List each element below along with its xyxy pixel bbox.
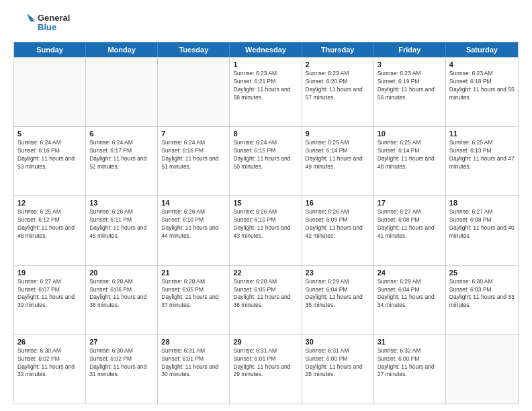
calendar-cell: 4Sunrise: 6:23 AMSunset: 6:18 PMDaylight…: [446, 58, 518, 126]
logo-text: General Blue: [38, 13, 70, 33]
calendar-cell: 18Sunrise: 6:27 AMSunset: 6:08 PMDayligh…: [446, 196, 518, 265]
day-number: 23: [306, 269, 370, 277]
weekday-header: Tuesday: [158, 42, 230, 57]
calendar-cell: [158, 58, 230, 126]
logo-bird-icon: [13, 11, 35, 35]
calendar-row: 12Sunrise: 6:25 AMSunset: 6:12 PMDayligh…: [14, 195, 518, 265]
calendar-cell: 8Sunrise: 6:24 AMSunset: 6:15 PMDaylight…: [230, 127, 302, 195]
calendar-cell: 16Sunrise: 6:26 AMSunset: 6:09 PMDayligh…: [302, 196, 374, 265]
day-info: Sunrise: 6:23 AMSunset: 6:18 PMDaylight:…: [449, 70, 515, 102]
day-number: 16: [306, 199, 370, 207]
calendar-cell: 14Sunrise: 6:26 AMSunset: 6:10 PMDayligh…: [158, 196, 230, 265]
calendar: SundayMondayTuesdayWednesdayThursdayFrid…: [13, 42, 519, 404]
logo-blue: Blue: [38, 23, 70, 32]
day-number: 10: [378, 130, 442, 138]
calendar-row: 1Sunrise: 6:23 AMSunset: 6:21 PMDaylight…: [14, 57, 518, 126]
calendar-header: SundayMondayTuesdayWednesdayThursdayFrid…: [14, 42, 518, 57]
day-number: 1: [233, 60, 298, 68]
calendar-cell: 3Sunrise: 6:23 AMSunset: 6:19 PMDaylight…: [374, 58, 446, 126]
day-info: Sunrise: 6:24 AMSunset: 6:18 PMDaylight:…: [17, 139, 82, 171]
weekday-header: Friday: [374, 42, 446, 57]
day-number: 12: [17, 199, 82, 207]
day-number: 21: [161, 269, 226, 277]
calendar-cell: 12Sunrise: 6:25 AMSunset: 6:12 PMDayligh…: [14, 196, 86, 265]
weekday-header: Sunday: [14, 42, 86, 57]
calendar-cell: 31Sunrise: 6:32 AMSunset: 6:00 PMDayligh…: [374, 335, 446, 404]
day-number: 6: [89, 130, 154, 138]
day-number: 18: [449, 199, 515, 207]
day-info: Sunrise: 6:23 AMSunset: 6:21 PMDaylight:…: [233, 70, 298, 102]
weekday-header: Thursday: [302, 42, 374, 57]
day-info: Sunrise: 6:31 AMSunset: 6:01 PMDaylight:…: [233, 347, 298, 379]
calendar-cell: 5Sunrise: 6:24 AMSunset: 6:18 PMDaylight…: [14, 127, 86, 195]
calendar-cell: 29Sunrise: 6:31 AMSunset: 6:01 PMDayligh…: [230, 335, 302, 404]
day-number: 2: [306, 60, 370, 68]
day-info: Sunrise: 6:27 AMSunset: 6:07 PMDaylight:…: [17, 278, 82, 310]
day-info: Sunrise: 6:27 AMSunset: 6:08 PMDaylight:…: [449, 208, 515, 240]
day-number: 29: [233, 338, 298, 346]
day-info: Sunrise: 6:31 AMSunset: 6:01 PMDaylight:…: [161, 347, 226, 379]
calendar-cell: 19Sunrise: 6:27 AMSunset: 6:07 PMDayligh…: [14, 266, 86, 334]
day-info: Sunrise: 6:28 AMSunset: 6:05 PMDaylight:…: [161, 278, 226, 310]
calendar-cell: 21Sunrise: 6:28 AMSunset: 6:05 PMDayligh…: [158, 266, 230, 334]
calendar-cell: 27Sunrise: 6:30 AMSunset: 6:02 PMDayligh…: [86, 335, 158, 404]
day-info: Sunrise: 6:26 AMSunset: 6:10 PMDaylight:…: [161, 208, 226, 240]
day-number: 3: [378, 60, 442, 68]
day-number: 30: [306, 338, 370, 346]
calendar-cell: 24Sunrise: 6:29 AMSunset: 6:04 PMDayligh…: [374, 266, 446, 334]
logo-general: General: [38, 13, 70, 23]
calendar-cell: 26Sunrise: 6:30 AMSunset: 6:02 PMDayligh…: [14, 335, 86, 404]
calendar-cell: [446, 335, 518, 404]
day-number: 14: [161, 199, 226, 207]
day-info: Sunrise: 6:25 AMSunset: 6:14 PMDaylight:…: [378, 139, 442, 171]
day-number: 17: [378, 199, 442, 207]
calendar-cell: 28Sunrise: 6:31 AMSunset: 6:01 PMDayligh…: [158, 335, 230, 404]
calendar-cell: 25Sunrise: 6:30 AMSunset: 6:03 PMDayligh…: [446, 266, 518, 334]
day-number: 28: [161, 338, 226, 346]
day-number: 22: [233, 269, 298, 277]
calendar-cell: 9Sunrise: 6:25 AMSunset: 6:14 PMDaylight…: [302, 127, 374, 195]
day-number: 11: [449, 130, 515, 138]
day-info: Sunrise: 6:23 AMSunset: 6:20 PMDaylight:…: [306, 70, 370, 102]
day-info: Sunrise: 6:27 AMSunset: 6:08 PMDaylight:…: [378, 208, 442, 240]
day-number: 13: [89, 199, 154, 207]
day-info: Sunrise: 6:26 AMSunset: 6:09 PMDaylight:…: [306, 208, 370, 240]
day-info: Sunrise: 6:25 AMSunset: 6:14 PMDaylight:…: [306, 139, 370, 171]
day-info: Sunrise: 6:30 AMSunset: 6:02 PMDaylight:…: [89, 347, 154, 379]
calendar-cell: [86, 58, 158, 126]
day-info: Sunrise: 6:29 AMSunset: 6:04 PMDaylight:…: [306, 278, 370, 310]
page: General Blue SundayMondayTuesdayWednesda…: [0, 0, 532, 411]
weekday-header: Monday: [86, 42, 158, 57]
calendar-cell: 13Sunrise: 6:26 AMSunset: 6:11 PMDayligh…: [86, 196, 158, 265]
day-info: Sunrise: 6:26 AMSunset: 6:11 PMDaylight:…: [89, 208, 154, 240]
day-info: Sunrise: 6:29 AMSunset: 6:04 PMDaylight:…: [378, 278, 442, 310]
day-number: 31: [378, 338, 442, 346]
calendar-cell: 7Sunrise: 6:24 AMSunset: 6:16 PMDaylight…: [158, 127, 230, 195]
calendar-cell: 22Sunrise: 6:28 AMSunset: 6:05 PMDayligh…: [230, 266, 302, 334]
calendar-cell: 2Sunrise: 6:23 AMSunset: 6:20 PMDaylight…: [302, 58, 374, 126]
day-number: 27: [89, 338, 154, 346]
day-number: 25: [449, 269, 515, 277]
calendar-cell: 1Sunrise: 6:23 AMSunset: 6:21 PMDaylight…: [230, 58, 302, 126]
day-number: 9: [306, 130, 370, 138]
day-info: Sunrise: 6:24 AMSunset: 6:16 PMDaylight:…: [161, 139, 226, 171]
logo: General Blue: [13, 11, 70, 35]
calendar-cell: 6Sunrise: 6:24 AMSunset: 6:17 PMDaylight…: [86, 127, 158, 195]
day-number: 4: [449, 60, 515, 68]
calendar-body: 1Sunrise: 6:23 AMSunset: 6:21 PMDaylight…: [14, 57, 518, 404]
day-number: 15: [233, 199, 298, 207]
day-info: Sunrise: 6:25 AMSunset: 6:13 PMDaylight:…: [449, 139, 515, 171]
day-info: Sunrise: 6:26 AMSunset: 6:10 PMDaylight:…: [233, 208, 298, 240]
calendar-cell: [14, 58, 86, 126]
day-number: 20: [89, 269, 154, 277]
header: General Blue: [13, 11, 519, 35]
day-number: 26: [17, 338, 82, 346]
day-number: 5: [17, 130, 82, 138]
calendar-cell: 11Sunrise: 6:25 AMSunset: 6:13 PMDayligh…: [446, 127, 518, 195]
day-number: 24: [378, 269, 442, 277]
day-info: Sunrise: 6:23 AMSunset: 6:19 PMDaylight:…: [378, 70, 442, 102]
calendar-row: 19Sunrise: 6:27 AMSunset: 6:07 PMDayligh…: [14, 265, 518, 334]
weekday-header: Saturday: [446, 42, 518, 57]
day-number: 7: [161, 130, 226, 138]
day-info: Sunrise: 6:30 AMSunset: 6:02 PMDaylight:…: [17, 347, 82, 379]
